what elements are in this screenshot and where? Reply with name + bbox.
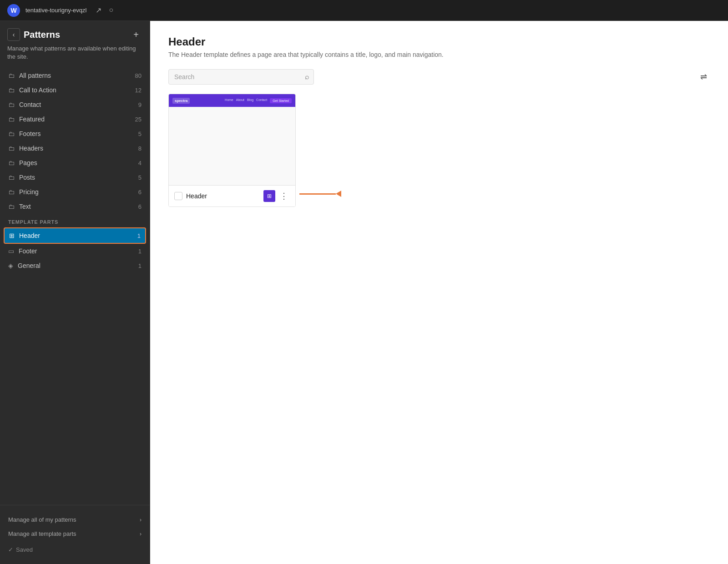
sidebar-item-posts[interactable]: 🗀 Posts 5 [4, 170, 146, 185]
item-label: Pricing [19, 188, 134, 196]
item-count: 9 [138, 101, 142, 108]
chevron-left-icon: ‹ [13, 31, 15, 38]
mini-header-preview: spectra Home About Blog Contact Get Star… [169, 94, 295, 107]
search-topbar-icon[interactable]: ○ [107, 4, 115, 16]
pattern-preview: spectra Home About Blog Contact Get Star… [169, 94, 295, 185]
pattern-card-footer: Header ⊞ ⋮ [169, 185, 295, 206]
item-count: 12 [135, 87, 142, 94]
back-button[interactable]: ‹ [7, 28, 20, 41]
item-count: 80 [135, 72, 142, 79]
item-label: Footer [19, 247, 134, 255]
item-label: Contact [19, 101, 134, 108]
view-icon: ⊞ [267, 193, 272, 199]
footer-link-label: Manage all of my patterns [8, 516, 76, 523]
sidebar-footer: Manage all of my patterns › Manage all t… [0, 505, 150, 564]
item-count: 1 [138, 248, 142, 255]
template-item-footer[interactable]: ▭ Footer 1 [4, 244, 146, 258]
folder-icon: 🗀 [8, 72, 15, 79]
topbar: W tentative-tourigny-evqzl ↗ ○ [0, 0, 728, 21]
sidebar-header: ‹ Patterns + [0, 21, 150, 45]
template-parts-label: TEMPLATE PARTS [4, 214, 146, 227]
template-icon: ⊞ [9, 232, 15, 239]
saved-indicator: ✓ Saved [4, 543, 146, 557]
sidebar-item-contact[interactable]: 🗀 Contact 9 [4, 97, 146, 112]
wp-logo-icon[interactable]: W [7, 4, 20, 17]
arrow-annotation [299, 191, 341, 197]
item-count: 1 [138, 262, 142, 269]
sidebar-title: Patterns [24, 30, 126, 40]
item-label: Posts [19, 174, 134, 181]
item-label: Call to Action [19, 86, 131, 94]
mini-cta: Get Started [270, 98, 292, 103]
card-and-arrow-container: spectra Home About Blog Contact Get Star… [168, 94, 296, 207]
filter-button[interactable]: ⇌ [698, 69, 710, 85]
template-icon: ◈ [8, 262, 13, 269]
sidebar-item-pages[interactable]: 🗀 Pages 4 [4, 156, 146, 170]
nav-home: Home [225, 98, 233, 103]
arrow-line [299, 193, 336, 195]
folder-icon: 🗀 [8, 101, 15, 108]
folder-icon: 🗀 [8, 188, 15, 196]
footer-link-manage-all-of-my-patterns[interactable]: Manage all of my patterns › [4, 513, 146, 527]
site-name: tentative-tourigny-evqzl [25, 7, 86, 14]
nav-about: About [236, 98, 244, 103]
add-pattern-button[interactable]: + [130, 28, 142, 41]
sidebar-description: Manage what patterns are available when … [0, 45, 150, 68]
page-title: Header [168, 35, 710, 48]
external-link-icon[interactable]: ↗ [94, 4, 103, 16]
item-count: 6 [138, 189, 142, 196]
sidebar: ‹ Patterns + Manage what patterns are av… [0, 21, 150, 564]
chevron-right-icon: › [140, 531, 142, 537]
sidebar-item-headers[interactable]: 🗀 Headers 8 [4, 141, 146, 156]
template-item-general[interactable]: ◈ General 1 [4, 258, 146, 273]
preview-inner: spectra Home About Blog Contact Get Star… [169, 94, 295, 107]
template-item-header[interactable]: ⊞ Header 1 [4, 227, 146, 244]
folder-icon: 🗀 [8, 159, 15, 166]
pattern-checkbox[interactable] [174, 192, 182, 200]
search-wrapper: ⌕ [168, 69, 314, 85]
sidebar-item-text[interactable]: 🗀 Text 6 [4, 199, 146, 214]
template-icon: ▭ [8, 247, 14, 255]
arrow-head [336, 191, 341, 197]
item-label: Header [19, 232, 133, 239]
pattern-view-button[interactable]: ⊞ [263, 190, 275, 202]
filter-icon: ⇌ [700, 72, 707, 81]
saved-label: Saved [16, 546, 33, 553]
page-subtitle: The Header template defines a page area … [168, 51, 710, 58]
search-button[interactable]: ⌕ [305, 73, 309, 81]
item-label: Footers [19, 130, 134, 137]
folder-icon: 🗀 [8, 174, 15, 181]
mini-nav: Home About Blog Contact Get Started [225, 98, 292, 103]
sidebar-item-pricing[interactable]: 🗀 Pricing 6 [4, 185, 146, 199]
mini-logo: spectra [172, 98, 190, 104]
sidebar-item-call-to-action[interactable]: 🗀 Call to Action 12 [4, 83, 146, 97]
search-input[interactable] [168, 69, 314, 85]
folder-icon: 🗀 [8, 116, 15, 123]
item-label: Headers [19, 145, 134, 152]
item-count: 6 [138, 203, 142, 210]
nav-contact: Contact [256, 98, 267, 103]
chevron-right-icon: › [140, 517, 142, 523]
item-count: 25 [135, 116, 142, 123]
content-header: Header The Header template defines a pag… [168, 35, 710, 58]
item-count: 5 [138, 131, 142, 137]
nav-blog: Blog [247, 98, 253, 103]
footer-link-label: Manage all template parts [8, 530, 76, 537]
sidebar-item-featured[interactable]: 🗀 Featured 25 [4, 112, 146, 126]
footer-link-manage-all-template-parts[interactable]: Manage all template parts › [4, 527, 146, 541]
item-label: Pages [19, 159, 134, 166]
sidebar-item-footers[interactable]: 🗀 Footers 5 [4, 126, 146, 141]
pattern-more-button[interactable]: ⋮ [278, 190, 290, 202]
search-bar: ⌕ ⇌ [168, 69, 710, 85]
more-icon: ⋮ [280, 191, 288, 201]
pattern-actions: ⊞ ⋮ [263, 190, 290, 202]
pattern-card[interactable]: spectra Home About Blog Contact Get Star… [168, 94, 296, 207]
folder-icon: 🗀 [8, 130, 15, 137]
item-label: Text [19, 203, 134, 210]
folder-icon: 🗀 [8, 86, 15, 94]
item-count: 4 [138, 160, 142, 166]
sidebar-item-all-patterns[interactable]: 🗀 All patterns 80 [4, 68, 146, 83]
pattern-name: Header [186, 192, 260, 200]
item-count: 8 [138, 145, 142, 152]
item-count: 1 [137, 232, 141, 239]
